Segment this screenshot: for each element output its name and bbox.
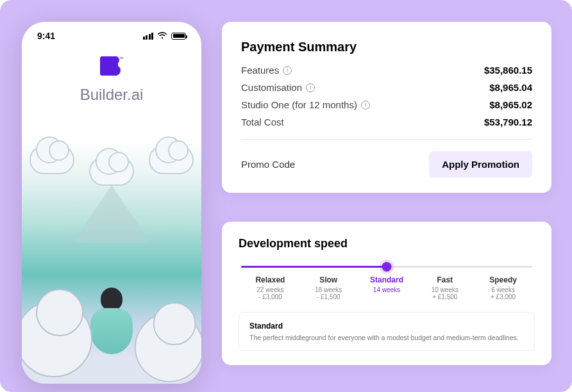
phone-status-bar: 9:41: [22, 22, 201, 45]
canvas-background: 9:41 ™ Builder.ai: [0, 0, 572, 392]
payment-row: Total Cost$53,790.12: [241, 117, 532, 127]
cloud-illustration: [29, 145, 74, 174]
development-speed-card: Development speed Relaxed22 weeks- £3,00…: [222, 222, 551, 365]
payment-summary-card: Payment Summary Featuresi$35,860.15Custo…: [222, 22, 551, 193]
payment-row-label: Featuresi: [241, 65, 292, 76]
slider-thumb[interactable]: [382, 262, 392, 272]
payment-title: Payment Summary: [241, 40, 532, 54]
payment-row-label: Total Cost: [241, 117, 284, 127]
divider: [241, 139, 532, 140]
payment-row-label: Customisationi: [241, 82, 315, 93]
speed-description-text: The perfect middleground for everyone wi…: [249, 334, 524, 341]
brand-logo: ™: [22, 56, 201, 78]
brand-name: Builder.ai: [22, 86, 201, 104]
logo-mark-icon: [100, 56, 118, 76]
phone-artwork: [22, 140, 201, 384]
foliage-illustration: [22, 300, 92, 377]
foliage-illustration: [135, 313, 201, 382]
slider-track: [241, 266, 532, 268]
speed-description-title: Standard: [249, 322, 524, 331]
speed-description-box: Standard The perfect middleground for ev…: [239, 312, 535, 351]
trademark-icon: ™: [119, 56, 124, 61]
promo-code-label: Promo Code: [241, 159, 295, 170]
status-icons: [143, 32, 187, 40]
speed-option-standard[interactable]: Standard14 weeks: [358, 275, 416, 300]
payment-row: Customisationi$8,965.04: [241, 82, 532, 93]
battery-icon: [171, 33, 186, 40]
payment-row: Studio One (for 12 months)i$8,965.02: [241, 99, 532, 110]
apply-promotion-button[interactable]: Apply Promotion: [429, 151, 532, 177]
info-icon[interactable]: i: [306, 83, 315, 92]
mountain-illustration: [73, 185, 150, 243]
speed-option-fast[interactable]: Fast10 weeks+ £1,500: [416, 275, 474, 300]
speed-slider[interactable]: Relaxed22 weeks- £3,000Slow18 weeks- £1,…: [239, 266, 535, 300]
speed-title: Development speed: [239, 237, 535, 250]
slider-fill: [241, 266, 387, 268]
payment-row-label: Studio One (for 12 months)i: [241, 99, 370, 110]
info-icon[interactable]: i: [283, 66, 292, 75]
payment-row-value: $8,965.02: [489, 99, 532, 110]
speed-option-speedy[interactable]: Speedy6 weeks+ £3,000: [474, 275, 532, 300]
payment-row: Featuresi$35,860.15: [241, 65, 532, 76]
wifi-icon: [157, 32, 167, 40]
speed-option-slow[interactable]: Slow18 weeks- £1,500: [299, 275, 358, 300]
payment-row-value: $53,790.12: [484, 117, 532, 127]
payment-row-value: $35,860.15: [484, 65, 532, 76]
info-icon[interactable]: i: [361, 101, 370, 110]
phone-mockup: 9:41 ™ Builder.ai: [22, 22, 201, 384]
cellular-icon: [143, 33, 154, 40]
cloud-illustration: [149, 145, 194, 174]
status-time: 9:41: [37, 31, 55, 41]
payment-row-value: $8,965.04: [489, 82, 532, 93]
cloud-illustration: [89, 157, 134, 186]
speed-option-relaxed[interactable]: Relaxed22 weeks- £3,000: [241, 275, 299, 300]
